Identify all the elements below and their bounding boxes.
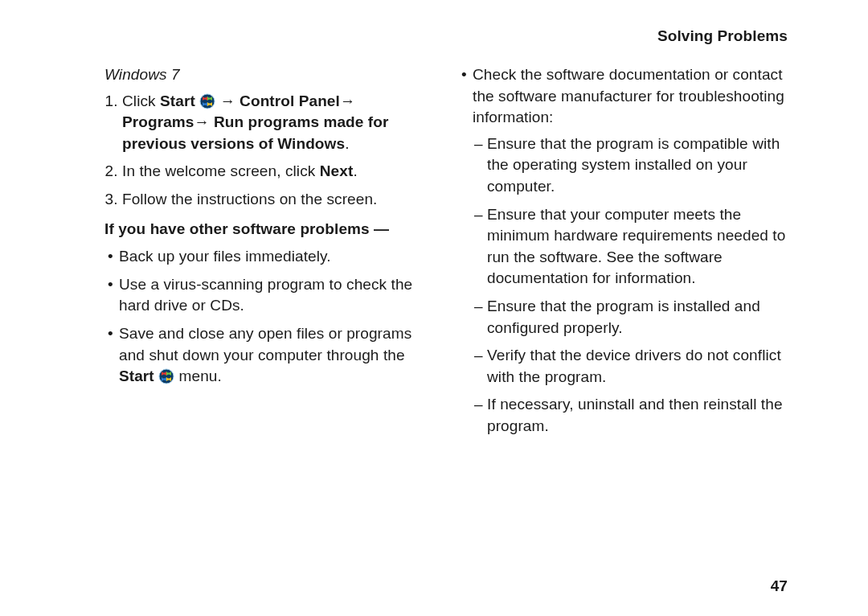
step-3: Follow the instructions on the screen.	[122, 189, 434, 211]
step1-period: .	[345, 135, 349, 152]
right-lead: Check the software documentation or cont…	[473, 66, 784, 125]
bullet-check-docs: Check the software documentation or cont…	[458, 64, 788, 437]
left-column: Windows 7 Click Start → Cont	[104, 64, 434, 444]
bullet-virus-scan: Use a virus-scanning program to check th…	[104, 274, 434, 317]
step1-cp: Control Panel	[240, 92, 340, 109]
dash-installed: Ensure that the program is installed and…	[473, 296, 788, 339]
dash-drivers: Verify that the device drivers do not co…	[473, 345, 788, 388]
document-page: Solving Problems Windows 7 Click Start	[0, 0, 868, 616]
b3-pre: Save and close any open files or program…	[119, 325, 411, 363]
right-column: Check the software documentation or cont…	[458, 64, 788, 444]
step1-start: Start	[160, 92, 195, 109]
step2-pre: In the welcome screen, click	[122, 162, 320, 179]
step1-arrow1: →	[220, 92, 240, 109]
steps-list: Click Start → Control Panel→ Programs→ R…	[104, 91, 434, 211]
left-bullets: Back up your files immediately. Use a vi…	[104, 246, 434, 388]
step1-arrow2: →	[340, 92, 355, 109]
page-number: 47	[771, 577, 788, 595]
svg-point-1	[159, 369, 174, 384]
right-dashes: Ensure that the program is compatible wi…	[473, 133, 788, 437]
os-heading: Windows 7	[104, 64, 434, 86]
step1-pre: Click	[122, 92, 160, 109]
svg-point-0	[200, 94, 215, 109]
other-problems-subhead: If you have other software problems —	[104, 219, 434, 240]
dash-hardware: Ensure that your computer meets the mini…	[473, 204, 788, 290]
bullet-backup: Back up your files immediately.	[104, 246, 434, 268]
right-bullets: Check the software documentation or cont…	[458, 64, 788, 437]
bullet-save-close: Save and close any open files or program…	[104, 323, 434, 388]
step1-programs: Programs	[122, 113, 194, 130]
step1-arrow3: →	[194, 113, 214, 130]
step-1: Click Start → Control Panel→ Programs→ R…	[122, 91, 434, 155]
step2-period: .	[353, 162, 357, 179]
section-header: Solving Problems	[657, 27, 788, 45]
b3-post: menu.	[179, 368, 222, 384]
step2-next: Next	[320, 162, 354, 179]
windows-start-orb-icon	[199, 93, 215, 109]
dash-compatible: Ensure that the program is compatible wi…	[473, 133, 788, 198]
dash-reinstall: If necessary, uninstall and then reinsta…	[473, 394, 788, 437]
content-columns: Windows 7 Click Start → Cont	[104, 64, 788, 444]
b3-start: Start	[119, 368, 154, 384]
step-2: In the welcome screen, click Next.	[122, 161, 434, 183]
windows-start-orb-icon	[158, 368, 174, 384]
